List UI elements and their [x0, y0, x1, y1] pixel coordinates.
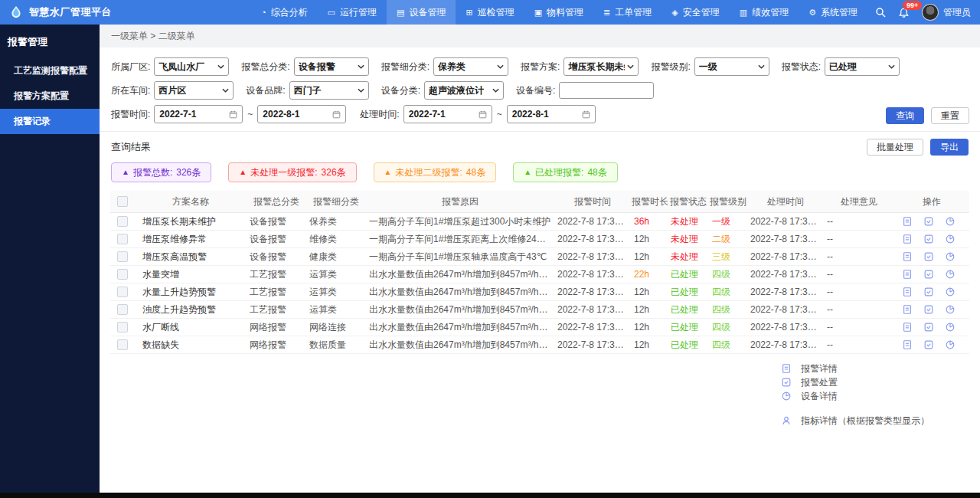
row-0-device-detail-icon[interactable]	[945, 216, 956, 227]
filter-select-row1-1[interactable]: 设备报警	[294, 57, 369, 76]
filter-select-row2-2[interactable]: 超声波液位计	[424, 81, 504, 100]
row-4-checkbox[interactable]	[117, 287, 128, 297]
nav-item-6[interactable]: ◈ 安全管理	[662, 0, 729, 25]
device-no-input[interactable]	[559, 82, 654, 99]
row-5-alarm-handle-icon[interactable]	[923, 304, 934, 315]
row-3-device-detail-icon[interactable]	[945, 269, 956, 280]
calendar-icon	[229, 110, 237, 119]
nav-item-5[interactable]: ≣ 工单管理	[593, 0, 662, 25]
table-header-row: 方案名称报警总分类报警细分类报警原因报警时间报警时长报警状态报警级别处理时间处理…	[110, 191, 969, 213]
cell-level: 一级	[709, 213, 747, 231]
badge-label: 未处理二级报警:	[395, 166, 462, 179]
chevron-down-icon	[758, 64, 765, 69]
row-5-alarm-detail-icon[interactable]	[902, 304, 913, 315]
nav-item-4[interactable]: ▣ 物料管理	[524, 0, 593, 25]
cell-status: 已处理	[668, 301, 709, 319]
row-7-alarm-detail-icon[interactable]	[902, 339, 913, 350]
cell-alarm-time: 2022-7-8 17:32:18	[554, 266, 631, 283]
nav-item-2[interactable]: ▤ 设备管理	[387, 0, 456, 25]
filter-select-row1-4[interactable]: 一级	[694, 57, 769, 76]
row-4-device-detail-icon[interactable]	[945, 287, 956, 297]
row-6-device-detail-icon[interactable]	[945, 322, 956, 333]
row-2-device-detail-icon[interactable]	[945, 251, 956, 262]
row-7-device-detail-icon[interactable]	[945, 339, 956, 350]
row-4-alarm-handle-icon[interactable]	[923, 287, 934, 297]
row-1-device-detail-icon[interactable]	[945, 234, 956, 244]
row-3-alarm-detail-icon[interactable]	[902, 269, 913, 280]
nav-item-4-label: 物料管理	[547, 6, 583, 19]
row-6-alarm-detail-icon[interactable]	[902, 322, 913, 333]
row-6-alarm-handle-icon[interactable]	[923, 322, 934, 333]
nav-item-3[interactable]: ⊞ 巡检管理	[456, 0, 524, 25]
bottom-bar	[0, 493, 980, 498]
calendar-icon	[479, 110, 487, 119]
cell-status: 未处理	[668, 213, 709, 231]
cell-duration: 12h	[631, 319, 668, 336]
table-row-4: 水量上升趋势预警 工艺报警 运算类 出水水量数值由2647m³/h增加到8457…	[110, 283, 969, 301]
reset-button[interactable]: 重置	[931, 107, 969, 124]
row-0-checkbox[interactable]	[117, 216, 128, 227]
filter-select-row1-5[interactable]: 已处理	[825, 57, 900, 76]
row-2-alarm-handle-icon[interactable]	[923, 251, 934, 262]
brand: 智慧水厂管理平台	[9, 5, 112, 19]
nav-item-1[interactable]: ▭ 运行管理	[318, 0, 387, 25]
cell-handle-time: 2022-7-8 17:32:18	[747, 248, 824, 266]
row-2-checkbox[interactable]	[117, 251, 128, 262]
row-6-checkbox[interactable]	[117, 322, 128, 333]
row-7-alarm-handle-icon[interactable]	[923, 339, 934, 350]
filter-select-row2-1[interactable]: 西门子	[289, 81, 369, 100]
filter-select-row1-2[interactable]: 保养类	[433, 57, 508, 76]
row-3-alarm-handle-icon[interactable]	[923, 269, 934, 280]
nav-item-8-icon: ⚙	[808, 8, 816, 17]
filter-select-row1-3[interactable]: 增压泵长期未维	[564, 57, 639, 76]
search-icon[interactable]	[875, 7, 886, 18]
row-0-alarm-detail-icon[interactable]	[902, 216, 913, 227]
cell-opinion: --	[824, 213, 894, 231]
nav-utilities: 99+ 管理员	[875, 4, 971, 21]
row-0-alarm-handle-icon[interactable]	[923, 216, 934, 227]
cell-subcategory: 网络连接	[306, 319, 366, 336]
cell-handle-time: 2022-7-8 17:32:18	[747, 301, 824, 319]
chevron-down-icon	[358, 88, 364, 93]
user-menu[interactable]: 管理员	[922, 4, 971, 21]
filter-select-row1-0[interactable]: 飞凤山水厂	[154, 57, 229, 76]
results-actions: 批量处理 导出	[867, 139, 969, 156]
nav-item-3-label: 巡检管理	[478, 6, 514, 19]
alarm-time-from-picker[interactable]: 2022-7-1	[154, 105, 243, 123]
col-header-10: 操作	[894, 191, 969, 213]
nav-item-7[interactable]: ▥ 绩效管理	[730, 0, 799, 25]
filter-select-row2-0[interactable]: 西片区	[154, 81, 234, 100]
cell-handle-time: 2022-7-8 17:32:18	[747, 213, 824, 231]
alarm-time-to-picker[interactable]: 2022-8-1	[257, 105, 346, 123]
nav-item-0[interactable]: ◔ 综合分析	[251, 0, 318, 25]
nav-item-8[interactable]: ⚙ 系统管理	[799, 0, 867, 25]
user-name: 管理员	[943, 6, 971, 19]
chevron-down-icon	[497, 64, 504, 69]
row-5-checkbox[interactable]	[117, 304, 128, 315]
row-2-alarm-detail-icon[interactable]	[902, 251, 913, 262]
row-4-alarm-detail-icon[interactable]	[902, 287, 913, 297]
sidebar-item-0[interactable]: 工艺监测报警配置	[0, 58, 100, 84]
row-5-device-detail-icon[interactable]	[945, 304, 956, 315]
cell-duration: 12h	[631, 248, 668, 266]
notifications-bell-icon[interactable]: 99+	[898, 7, 910, 18]
sidebar-item-2[interactable]: 报警记录	[0, 109, 100, 134]
cell-level: 四级	[709, 319, 747, 336]
batch-handle-button[interactable]: 批量处理	[867, 139, 923, 156]
row-3-checkbox[interactable]	[117, 269, 128, 280]
filter-group: 设备分类: 超声波液位计	[381, 81, 504, 100]
row-1-alarm-handle-icon[interactable]	[923, 234, 934, 244]
cell-reason: 出水水量数值由2647m³/h增加到8457m³/h，突然增...	[366, 283, 554, 301]
row-1-alarm-detail-icon[interactable]	[902, 234, 913, 244]
cell-name: 增压泵高温预警	[135, 248, 247, 266]
warning-triangle-icon: ▲	[524, 169, 531, 176]
search-button[interactable]: 查询	[886, 107, 924, 124]
handle-time-from-picker[interactable]: 2022-7-1	[403, 105, 492, 123]
select-all-checkbox[interactable]	[117, 196, 128, 207]
row-7-checkbox[interactable]	[117, 339, 128, 350]
handle-time-to-picker[interactable]: 2022-8-1	[507, 105, 596, 123]
summary-badge-3: ▲ 已处理报警: 48条	[513, 162, 618, 182]
sidebar-item-1[interactable]: 报警方案配置	[0, 84, 100, 109]
export-button[interactable]: 导出	[930, 139, 969, 156]
row-1-checkbox[interactable]	[117, 234, 128, 244]
